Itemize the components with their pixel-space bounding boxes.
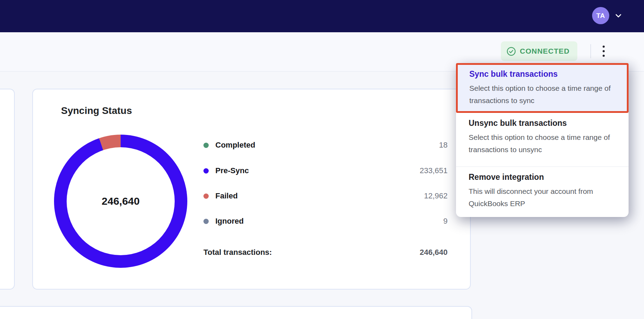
more-options-button[interactable] <box>596 42 611 60</box>
menu-item-title: Unsync bulk transactions <box>469 118 617 128</box>
menu-item-title: Sync bulk transactions <box>469 69 616 79</box>
total-label: Total transactions: <box>203 248 272 257</box>
user-avatar[interactable]: TA <box>592 7 609 24</box>
legend-label: Ignored <box>215 217 244 226</box>
left-partial-card <box>0 89 15 290</box>
kebab-dot <box>603 50 605 52</box>
legend-label: Failed <box>215 191 238 201</box>
completed-dot-icon <box>203 143 209 148</box>
top-navigation-bar: TA <box>0 0 644 32</box>
legend-row-completed: Completed 18 <box>203 139 448 151</box>
legend-label: Pre-Sync <box>215 166 249 175</box>
card-title: Syncing Status <box>61 105 132 116</box>
legend-row-ignored: Ignored 9 <box>203 215 448 227</box>
header-divider <box>590 44 591 58</box>
legend-label: Completed <box>215 141 255 150</box>
donut-hole: 246,640 <box>67 147 175 255</box>
status-badge-label: CONNECTED <box>520 47 570 55</box>
account-menu-toggle[interactable] <box>613 11 624 21</box>
app-screen: TA CONNECTED Syncing Status 246,640 <box>0 0 644 319</box>
menu-item-title: Remove integration <box>469 172 617 182</box>
legend-value: 18 <box>439 141 448 150</box>
total-transactions-row: Total transactions: 246,640 <box>203 246 448 258</box>
kebab-dot <box>603 46 605 48</box>
menu-item-sync-bulk-transactions[interactable]: Sync bulk transactions Select this optio… <box>456 63 629 113</box>
chevron-down-icon <box>614 11 623 20</box>
donut-center-total: 246,640 <box>102 195 140 207</box>
menu-item-description: Select this option to choose a time rang… <box>469 131 617 156</box>
legend-row-pre-sync: Pre-Sync 233,651 <box>203 165 448 177</box>
syncing-status-donut-chart: 246,640 <box>54 135 187 268</box>
menu-item-unsync-bulk-transactions[interactable]: Unsync bulk transactions Select this opt… <box>456 113 629 167</box>
kebab-dot <box>603 55 605 57</box>
menu-item-remove-integration[interactable]: Remove integration This will disconnect … <box>456 167 629 217</box>
syncing-status-card: Syncing Status 246,640 Completed 18 Pre-… <box>32 89 471 290</box>
legend-value: 233,651 <box>420 166 448 175</box>
legend-row-failed: Failed 12,962 <box>203 190 448 202</box>
options-dropdown-menu: Sync bulk transactions Select this optio… <box>456 63 629 217</box>
menu-item-description: This will disconnect your account from Q… <box>469 185 617 210</box>
total-value: 246,640 <box>420 248 448 257</box>
legend-value: 9 <box>443 217 448 226</box>
status-badge: CONNECTED <box>501 41 577 61</box>
pre-sync-dot-icon <box>203 168 209 174</box>
check-circle-icon <box>507 47 516 56</box>
failed-dot-icon <box>203 194 209 199</box>
menu-item-description: Select this option to choose a time rang… <box>469 82 618 107</box>
ignored-dot-icon <box>203 219 209 224</box>
legend-value: 12,962 <box>424 191 448 201</box>
bottom-partial-card <box>0 306 472 319</box>
